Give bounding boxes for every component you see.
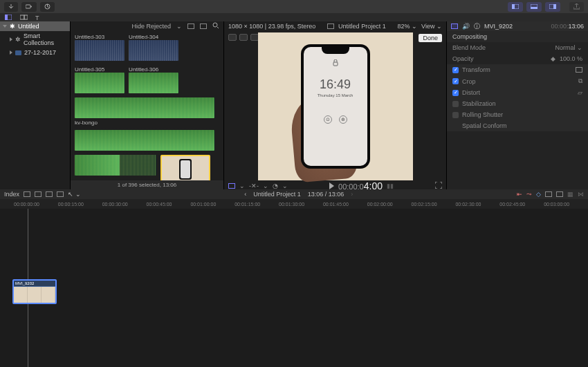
- done-button[interactable]: Done: [419, 34, 442, 42]
- opacity-value[interactable]: 100.0 %: [560, 55, 582, 62]
- transform-tool-icon[interactable]: [228, 34, 237, 41]
- effects-dropdown-icon[interactable]: [228, 183, 235, 189]
- crop-tool-icon[interactable]: [239, 34, 248, 41]
- timeline-ruler[interactable]: 00:00:00:00 00:00:15:00 00:00:30:00 00:0…: [0, 199, 588, 209]
- prop-spatial-conform[interactable]: Spatial Conform: [447, 120, 588, 131]
- svg-point-1: [30, 6, 32, 8]
- enhance-icon[interactable]: ◔: [273, 182, 278, 189]
- tools-dropdown[interactable]: ↖ ⌄: [68, 191, 81, 198]
- snapping-icon[interactable]: [545, 191, 552, 197]
- ruler-tick: 00:01:45:00: [323, 202, 367, 207]
- skimming-icon[interactable]: ⇤: [517, 191, 522, 198]
- prop-rolling-shutter[interactable]: Rolling Shutter: [447, 109, 588, 120]
- prop-transform[interactable]: ✓Transform: [447, 64, 588, 75]
- info-tab-icon[interactable]: ⓘ: [474, 22, 480, 31]
- audio-waveform-icon: [75, 73, 125, 93]
- clip-item[interactable]: Untitled-304: [129, 32, 178, 61]
- play-button[interactable]: [329, 182, 334, 189]
- timeline-project-name[interactable]: Untitled Project 1: [253, 191, 301, 198]
- effects-browser-icon[interactable]: ▦: [567, 191, 573, 198]
- checkbox-icon[interactable]: ✓: [452, 78, 459, 84]
- library-toggle-icon[interactable]: [4, 14, 12, 21]
- zoom-dropdown[interactable]: 82% ⌄: [398, 23, 418, 30]
- clip-item[interactable]: [75, 155, 156, 180]
- fullscreen-icon[interactable]: [435, 182, 442, 190]
- prop-stabilization[interactable]: Stabilization: [447, 98, 588, 109]
- media-browser-icon[interactable]: [19, 14, 28, 21]
- clip-item[interactable]: Untitled-305: [75, 65, 125, 93]
- browser-grid[interactable]: Untitled-303 Untitled-304 Untitled-305 U…: [71, 31, 223, 180]
- history-fwd-icon[interactable]: ›: [351, 191, 353, 198]
- connect-clip-icon[interactable]: [24, 191, 30, 197]
- layout-timeline-button[interactable]: [526, 2, 542, 12]
- project-name[interactable]: Untitled Project 1: [338, 23, 386, 30]
- reset-icon[interactable]: [576, 67, 582, 73]
- overwrite-clip-icon[interactable]: [57, 191, 64, 197]
- video-tab-icon[interactable]: [451, 23, 458, 29]
- audio-waveform-icon: [129, 40, 178, 61]
- titles-browser-icon[interactable]: T: [35, 14, 43, 21]
- checkbox-icon[interactable]: [452, 112, 459, 118]
- bg-tasks-button[interactable]: [40, 2, 55, 12]
- audio-waveform-icon: [75, 130, 214, 151]
- layout-browser-button[interactable]: [508, 2, 523, 12]
- titlebar: [0, 0, 588, 13]
- tc-prefix: 00:00:: [551, 23, 568, 30]
- keyword-button[interactable]: [21, 2, 37, 12]
- prop-crop[interactable]: ✓Crop⧉: [447, 75, 588, 87]
- audio-waveform-icon: [129, 73, 178, 93]
- library-root[interactable]: ✱ Untitled: [0, 21, 70, 31]
- prop-distort[interactable]: ✓Distort▱: [447, 87, 588, 98]
- list-view-icon[interactable]: [200, 23, 207, 29]
- clip-item[interactable]: Untitled-306: [129, 65, 178, 93]
- import-button[interactable]: [4, 2, 18, 12]
- clip-item[interactable]: Untitled-303: [75, 32, 125, 61]
- inspector: 🔊 ⓘ MVI_9202 00:00:13:06 Compositing Ble…: [447, 21, 588, 189]
- prop-label: Stabilization: [462, 100, 496, 107]
- clip-appearance-icon[interactable]: [556, 191, 563, 197]
- audio-skim-icon[interactable]: ⤳: [526, 191, 532, 198]
- view-dropdown[interactable]: View ⌄: [421, 23, 442, 30]
- viewer-header: 1080 × 1080 | 23.98 fps, Stereo Untitled…: [224, 21, 446, 31]
- tc-total: 13:06: [568, 23, 584, 30]
- ruler-tick: 00:02:45:00: [499, 202, 544, 207]
- clip-appearance-icon[interactable]: [187, 23, 194, 29]
- checkbox-icon[interactable]: [452, 101, 459, 107]
- sidebar-item-event[interactable]: 27-12-2017: [0, 48, 70, 57]
- clip-item-selected[interactable]: MVI_9202: [160, 155, 210, 180]
- clip-item[interactable]: [75, 130, 214, 151]
- checkbox-icon[interactable]: ✓: [452, 90, 459, 96]
- history-back-icon[interactable]: ‹: [244, 191, 246, 198]
- distort-icon[interactable]: ▱: [578, 89, 582, 96]
- viewer-canvas[interactable]: Done 16:49 Thursday 15 March ⊙⊕: [224, 31, 446, 180]
- clip-item[interactable]: kv-bongo: [75, 97, 214, 126]
- share-button[interactable]: [569, 2, 584, 12]
- ruler-tick: 00:00:45:00: [147, 202, 191, 207]
- ruler-tick: 00:02:15:00: [412, 202, 456, 207]
- chevron-down-icon: ⌄: [263, 182, 268, 189]
- insert-clip-icon[interactable]: [35, 191, 42, 197]
- solo-icon[interactable]: ◇: [536, 191, 541, 198]
- filter-dropdown[interactable]: Hide Rejected: [131, 23, 171, 30]
- sidebar-item-label: Smart Collections: [24, 32, 67, 46]
- timeline-clip-thumbs: [14, 287, 55, 303]
- sidebar-item-smart[interactable]: ✲ Smart Collections: [0, 31, 70, 48]
- timeline-clip[interactable]: MVI_9202: [12, 279, 57, 304]
- transitions-browser-icon[interactable]: ⋈: [578, 191, 584, 198]
- ruler-tick: 00:00:15:00: [58, 202, 102, 207]
- retime-icon[interactable]: -✕-: [249, 182, 259, 189]
- search-icon[interactable]: [212, 22, 219, 30]
- layout-inspector-button[interactable]: [545, 2, 560, 12]
- blend-mode-dropdown[interactable]: Normal ⌄: [555, 44, 582, 51]
- checkbox-icon[interactable]: ✓: [452, 67, 459, 73]
- timeline[interactable]: MVI_9202: [0, 209, 588, 367]
- crop-icon[interactable]: ⧉: [578, 77, 582, 85]
- keyframe-icon[interactable]: ◆: [551, 55, 555, 62]
- timecode-display[interactable]: 00:00:04:00: [338, 180, 383, 191]
- append-clip-icon[interactable]: [46, 191, 53, 197]
- audio-tab-icon[interactable]: 🔊: [462, 23, 470, 30]
- svg-rect-10: [5, 15, 8, 20]
- index-button[interactable]: Index: [4, 191, 19, 198]
- section-compositing[interactable]: Compositing: [447, 31, 588, 42]
- ruler-tick: 00:02:00:00: [367, 202, 412, 207]
